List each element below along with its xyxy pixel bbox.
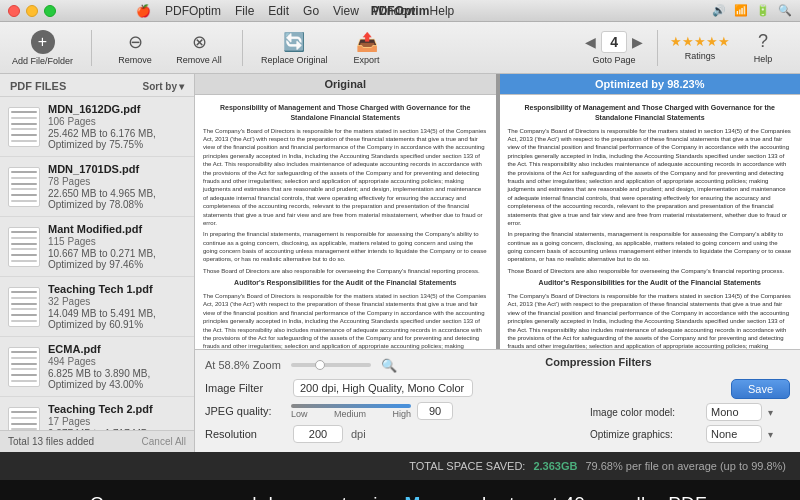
high-label: High xyxy=(392,409,411,419)
remove-all-icon: ⊗ xyxy=(192,31,207,53)
pdf-item[interactable]: MDN_1612DG.pdf 106 Pages 25.462 MB to 6.… xyxy=(0,97,194,157)
pdf-item[interactable]: Teaching Tech 2.pdf 17 Pages 9.877 MB to… xyxy=(0,397,194,430)
image-filter-row: Image Filter 200 dpi, High Quality, Mono… xyxy=(205,379,574,397)
pdf-item-name: Teaching Tech 2.pdf xyxy=(48,403,186,415)
volume-icon[interactable]: 🔊 xyxy=(712,4,726,17)
menu-apple[interactable]: 🍎 xyxy=(136,4,151,18)
pdf-item-pages: 106 Pages xyxy=(48,116,186,127)
pdf-item[interactable]: Teaching Tech 1.pdf 32 Pages 14.049 MB t… xyxy=(0,277,194,337)
add-icon: + xyxy=(31,30,55,54)
pdf-item-info: Teaching Tech 1.pdf 32 Pages 14.049 MB t… xyxy=(48,283,186,330)
caption-text: Compress scanned document using Mono col… xyxy=(90,493,710,500)
title-bar-title: PDFOptim xyxy=(371,4,430,18)
wifi-icon[interactable]: 📶 xyxy=(734,4,748,17)
caption-bar: Compress scanned document using Mono col… xyxy=(0,480,800,500)
color-model-row: Image color model: Mono ▾ xyxy=(590,403,790,421)
toolbar-separator-1 xyxy=(91,30,92,66)
doc-para-1: The Company's Board of Directors is resp… xyxy=(203,127,488,228)
quality-slider-container: Low Medium High xyxy=(291,404,411,419)
pdf-thumbnail xyxy=(8,107,40,147)
menu-pdfoptim[interactable]: PDFOptim xyxy=(165,4,221,18)
traffic-lights xyxy=(8,5,56,17)
pdf-item-name: MDN_1701DS.pdf xyxy=(48,163,186,175)
zoom-thumb[interactable] xyxy=(315,360,325,370)
chevron-down-icon: ▾ xyxy=(179,81,184,92)
remove-icon: ⊖ xyxy=(128,31,143,53)
caption-before: Compress scanned document using xyxy=(90,493,405,500)
jpeg-quality-value[interactable]: 90 xyxy=(417,402,453,420)
compression-header: Compression Filters xyxy=(545,356,651,368)
remove-all-button[interactable]: ⊗ Remove All xyxy=(174,31,224,65)
quality-slider[interactable] xyxy=(291,404,411,408)
main-content: PDF FILES Sort by ▾ MDN_1612DG.pdf 106 P… xyxy=(0,74,800,452)
close-button[interactable] xyxy=(8,5,20,17)
remove-button[interactable]: ⊖ Remove xyxy=(110,31,160,65)
zoom-label: At 58.8% Zoom xyxy=(205,359,281,371)
pdf-thumbnail xyxy=(8,287,40,327)
optimized-preview-content: Responsibility of Management and Those C… xyxy=(500,95,801,349)
prev-page-button[interactable]: ◀ xyxy=(583,32,598,52)
toolbar-separator-2 xyxy=(242,30,243,66)
pdf-item-pages: 494 Pages xyxy=(48,356,186,367)
page-number[interactable]: 4 xyxy=(601,31,627,53)
battery-icon[interactable]: 🔋 xyxy=(756,4,770,17)
title-bar-right: 🔊 📶 🔋 🔍 xyxy=(712,4,792,17)
search-icon[interactable]: 🔍 xyxy=(778,4,792,17)
pdf-thumbnail xyxy=(8,407,40,431)
optimize-graphics-select[interactable]: None xyxy=(706,425,762,443)
menu-file[interactable]: File xyxy=(235,4,254,18)
doc-title-opt: Responsibility of Management and Those C… xyxy=(508,103,793,123)
replace-icon: 🔄 xyxy=(283,31,305,53)
image-color-model-select[interactable]: Mono xyxy=(706,403,762,421)
search-icon[interactable]: 🔍 xyxy=(381,358,397,373)
save-button[interactable]: Save xyxy=(731,379,790,399)
pdf-item[interactable]: Mant Modified.pdf 115 Pages 10.667 MB to… xyxy=(0,217,194,277)
zoom-slider[interactable] xyxy=(291,363,371,367)
chevron-down-icon: ▾ xyxy=(768,429,773,440)
optimized-panel: Optimized by 98.23% Responsibility of Ma… xyxy=(500,74,801,349)
image-color-model-label: Image color model: xyxy=(590,407,700,418)
cancel-all-button[interactable]: Cancel All xyxy=(142,436,186,447)
doc-para-opt-2: In preparing the financial statements, m… xyxy=(508,230,793,264)
sort-by-button[interactable]: Sort by ▾ xyxy=(143,81,184,92)
jpeg-quality-label: JPEG quality: xyxy=(205,405,285,417)
doc-para-audit-1: The Company's Board of Directors is resp… xyxy=(203,292,488,349)
pdf-thumbnail xyxy=(8,227,40,267)
pdf-thumbnail xyxy=(8,167,40,207)
resolution-value[interactable]: 200 xyxy=(293,425,343,443)
next-page-button[interactable]: ▶ xyxy=(630,32,645,52)
pdf-item-name: ECMA.pdf xyxy=(48,343,186,355)
replace-original-button[interactable]: 🔄 Replace Original xyxy=(261,31,328,65)
auditor-title: Auditor's Responsibilities for the Audit… xyxy=(203,278,488,288)
chevron-down-icon: ▾ xyxy=(768,407,773,418)
caption-highlight: Mono xyxy=(405,493,456,500)
minimize-button[interactable] xyxy=(26,5,38,17)
pdf-thumbnail xyxy=(8,347,40,387)
pdf-list: MDN_1612DG.pdf 106 Pages 25.462 MB to 6.… xyxy=(0,97,194,430)
menu-edit[interactable]: Edit xyxy=(268,4,289,18)
space-saved-bar: TOTAL SPACE SAVED: 2.363GB 79.68% per fi… xyxy=(0,452,800,480)
image-filter-value[interactable]: 200 dpi, High Quality, Mono Color xyxy=(293,379,473,397)
pdf-item-size: 6.825 MB to 3.890 MB, Optimized by 43.00… xyxy=(48,368,186,390)
controls-right: Save Image color model: Mono ▾ Optimize … xyxy=(590,379,790,446)
optimized-panel-header: Optimized by 98.23% xyxy=(500,74,801,95)
maximize-button[interactable] xyxy=(44,5,56,17)
export-button[interactable]: 📤 Export xyxy=(342,31,392,65)
pdf-item-info: Teaching Tech 2.pdf 17 Pages 9.877 MB to… xyxy=(48,403,186,430)
pdf-files-label: PDF FILES xyxy=(10,80,66,92)
jpeg-quality-row: JPEG quality: Low Medium High 90 xyxy=(205,402,574,420)
help-button[interactable]: ? Help xyxy=(738,31,788,64)
ratings-button[interactable]: ★★★★★ Ratings xyxy=(670,34,730,61)
menu-view[interactable]: View xyxy=(333,4,359,18)
doc-para-3: Those Board of Directors are also respon… xyxy=(203,267,488,275)
preview-area: Original Responsibility of Management an… xyxy=(195,74,800,452)
low-label: Low xyxy=(291,409,308,419)
menu-go[interactable]: Go xyxy=(303,4,319,18)
pdf-item[interactable]: MDN_1701DS.pdf 78 Pages 22.650 MB to 4.9… xyxy=(0,157,194,217)
doc-para-opt-3: Those Board of Directors are also respon… xyxy=(508,267,793,275)
pdf-item-pages: 115 Pages xyxy=(48,236,186,247)
add-file-button[interactable]: + Add File/Folder xyxy=(12,30,73,66)
pdf-item[interactable]: ECMA.pdf 494 Pages 6.825 MB to 3.890 MB,… xyxy=(0,337,194,397)
menu-help[interactable]: Help xyxy=(430,4,455,18)
doc-title: Responsibility of Management and Those C… xyxy=(203,103,488,123)
